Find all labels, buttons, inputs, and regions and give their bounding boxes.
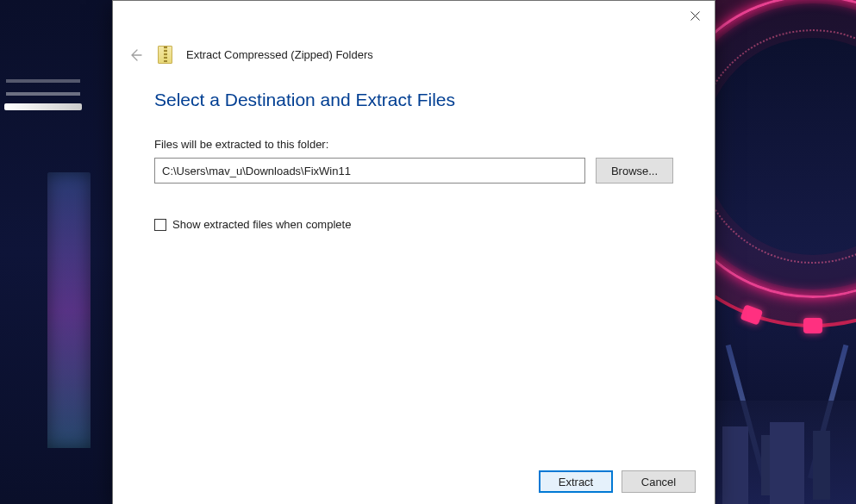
show-files-checkbox-row[interactable]: Show extracted files when complete bbox=[154, 218, 673, 231]
back-button[interactable] bbox=[127, 47, 144, 64]
desktop-background-right bbox=[714, 0, 856, 504]
dialog-content: Select a Destination and Extract Files F… bbox=[113, 79, 715, 459]
header-row: Extract Compressed (Zipped) Folders bbox=[113, 39, 715, 79]
destination-row: Browse... bbox=[154, 158, 673, 184]
titlebar bbox=[113, 1, 715, 39]
show-files-checkbox-label: Show extracted files when complete bbox=[172, 218, 351, 231]
extract-dialog: Extract Compressed (Zipped) Folders Sele… bbox=[112, 0, 715, 504]
desktop-background-left bbox=[0, 0, 112, 504]
dialog-title: Extract Compressed (Zipped) Folders bbox=[186, 48, 373, 61]
extract-button[interactable]: Extract bbox=[539, 470, 613, 493]
browse-button[interactable]: Browse... bbox=[596, 158, 673, 184]
destination-label: Files will be extracted to this folder: bbox=[154, 138, 673, 151]
zip-folder-icon bbox=[158, 46, 172, 64]
main-heading: Select a Destination and Extract Files bbox=[154, 90, 673, 110]
buildings-decoration bbox=[714, 401, 856, 504]
cancel-button[interactable]: Cancel bbox=[622, 470, 696, 493]
destination-path-input[interactable] bbox=[154, 158, 585, 184]
close-button[interactable] bbox=[675, 2, 715, 29]
close-icon bbox=[690, 11, 700, 21]
back-arrow-icon bbox=[128, 48, 142, 62]
show-files-checkbox[interactable] bbox=[154, 219, 166, 231]
dialog-footer: Extract Cancel bbox=[113, 459, 715, 504]
